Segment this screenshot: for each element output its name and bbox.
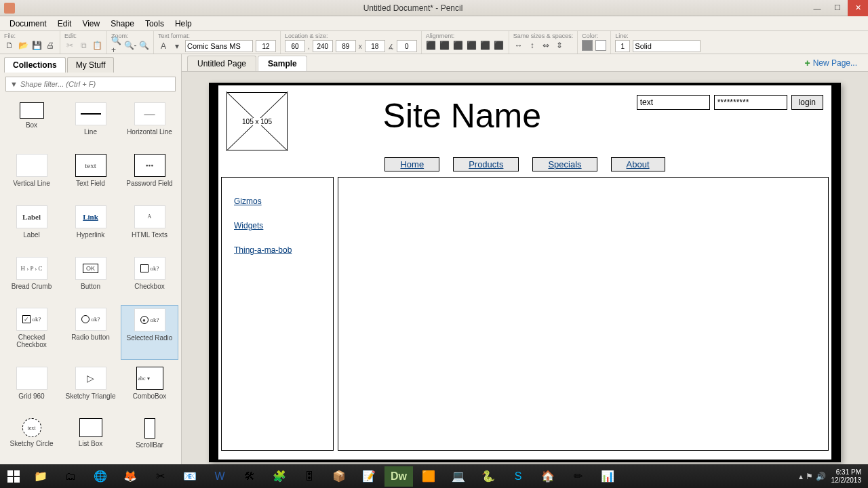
- new-icon[interactable]: 🗋: [4, 40, 15, 51]
- tray-up-icon[interactable]: ▴: [799, 472, 803, 481]
- login-button[interactable]: login: [791, 95, 823, 110]
- taskbar-outlook[interactable]: 📧: [176, 466, 204, 487]
- menu-document[interactable]: Document: [4, 18, 52, 30]
- taskbar-app2[interactable]: 🧩: [265, 466, 294, 487]
- tab-collections[interactable]: Collections: [4, 57, 66, 73]
- fill-color[interactable]: [595, 40, 606, 51]
- shape-hline[interactable]: Horizontal Line: [121, 100, 178, 147]
- mock-content[interactable]: [338, 177, 829, 451]
- cut-icon[interactable]: ✂: [64, 40, 75, 51]
- shape-tf[interactable]: textText Field: [62, 151, 119, 199]
- tab-mystuff[interactable]: My Stuff: [67, 57, 115, 73]
- h-input[interactable]: [365, 40, 385, 52]
- shape-tri[interactable]: Sketchy Triangle: [62, 364, 119, 411]
- shape-cb[interactable]: ok?Checkbox: [121, 254, 178, 302]
- r-input[interactable]: [397, 40, 417, 52]
- shape-lb[interactable]: List Box: [62, 415, 119, 460]
- tray-net-icon[interactable]: 🔊: [816, 472, 826, 481]
- zoom-fit-icon[interactable]: 🔍: [138, 40, 149, 51]
- text-color-icon[interactable]: A: [158, 41, 169, 52]
- menu-shape[interactable]: Shape: [105, 18, 140, 30]
- taskbar-app6[interactable]: 💻: [444, 466, 473, 487]
- taskbar-chrome[interactable]: 🌐: [86, 466, 115, 487]
- x-input[interactable]: [285, 40, 305, 52]
- side-link-gizmos[interactable]: Gizmos: [234, 197, 321, 206]
- menu-help[interactable]: Help: [170, 18, 197, 30]
- chevron-down-icon[interactable]: ▾: [172, 41, 182, 52]
- shape-ccb[interactable]: ok?Checked Checkbox: [3, 305, 60, 360]
- w-input[interactable]: [336, 40, 356, 52]
- login-user[interactable]: [637, 95, 710, 110]
- taskbar-snip[interactable]: ✂: [146, 466, 174, 487]
- clock-time[interactable]: 6:31 PM: [831, 468, 862, 476]
- open-icon[interactable]: 📂: [18, 40, 28, 51]
- shape-pw[interactable]: •••Password Field: [121, 151, 178, 199]
- copy-icon[interactable]: ⧉: [78, 40, 89, 51]
- taskbar-word[interactable]: W: [205, 466, 234, 487]
- minimize-button[interactable]: —: [807, 0, 827, 16]
- shape-vline[interactable]: Vertical Line: [3, 151, 60, 199]
- taskbar-app4[interactable]: 📦: [325, 466, 353, 487]
- taskbar-folders[interactable]: 🗂: [56, 466, 85, 487]
- nav-specials[interactable]: Specials: [532, 157, 597, 171]
- stroke-color[interactable]: [582, 40, 593, 51]
- start-button[interactable]: [1, 467, 26, 486]
- align-bot-icon[interactable]: ⬛: [494, 40, 505, 51]
- menu-view[interactable]: View: [77, 18, 105, 30]
- line-style[interactable]: [633, 40, 701, 52]
- align-left-icon[interactable]: ⬛: [426, 40, 437, 51]
- font-size[interactable]: [256, 40, 276, 52]
- tray-flag-icon[interactable]: ⚑: [806, 472, 813, 481]
- paste-icon[interactable]: 📋: [92, 40, 102, 51]
- dist-h-icon[interactable]: ⇔: [540, 40, 551, 51]
- canvas[interactable]: 105 x 105 Site Name login Home Products …: [182, 72, 868, 464]
- page-tab-sample[interactable]: Sample: [258, 56, 307, 71]
- font-select[interactable]: [185, 40, 253, 52]
- shape-combo[interactable]: abc ▾ComboBox: [121, 364, 178, 411]
- y-input[interactable]: [313, 40, 333, 52]
- filter-box[interactable]: ▼: [5, 77, 176, 92]
- shape-btn[interactable]: OKButton: [62, 254, 119, 302]
- shape-html[interactable]: AHTML Texts: [121, 203, 178, 250]
- side-link-thing[interactable]: Thing-a-ma-bob: [234, 245, 321, 255]
- zoom-in-icon[interactable]: 🔍+: [111, 40, 122, 51]
- same-w-icon[interactable]: ↔: [513, 40, 524, 51]
- shape-circ[interactable]: textSketchy Circle: [3, 415, 60, 460]
- taskbar-skype[interactable]: S: [504, 466, 532, 487]
- shape-grid[interactable]: Grid 960: [3, 364, 60, 411]
- new-page-button[interactable]: + New Page...: [799, 55, 863, 71]
- shape-label[interactable]: LabelLabel: [3, 203, 60, 250]
- taskbar-firefox[interactable]: 🦊: [116, 466, 144, 487]
- taskbar-dw[interactable]: Dw: [384, 466, 413, 487]
- taskbar-pencil[interactable]: ✏: [564, 466, 592, 487]
- nav-products[interactable]: Products: [453, 157, 519, 171]
- mock-sidebar[interactable]: Gizmos Widgets Thing-a-ma-bob: [221, 177, 334, 451]
- zoom-out-icon[interactable]: 🔍-: [125, 40, 136, 51]
- taskbar-app7[interactable]: 🐍: [474, 466, 502, 487]
- taskbar-app1[interactable]: 🛠: [235, 466, 264, 487]
- menu-edit[interactable]: Edit: [52, 18, 77, 30]
- nav-about[interactable]: About: [611, 157, 665, 171]
- maximize-button[interactable]: ☐: [827, 0, 848, 16]
- shape-bc[interactable]: H › P › CBread Crumb: [3, 254, 60, 302]
- shape-sb[interactable]: ScrollBar: [121, 415, 178, 460]
- taskbar-app9[interactable]: 📊: [593, 466, 622, 487]
- shape-box[interactable]: Box: [3, 100, 60, 147]
- image-placeholder[interactable]: 105 x 105: [226, 92, 288, 150]
- taskbar-app3[interactable]: 🎛: [295, 466, 323, 487]
- shape-line[interactable]: Line: [62, 100, 119, 147]
- login-pass[interactable]: [714, 95, 787, 110]
- site-title[interactable]: Site Name: [296, 92, 629, 136]
- close-button[interactable]: ✕: [848, 0, 868, 16]
- align-right-icon[interactable]: ⬛: [453, 40, 464, 51]
- line-width[interactable]: [615, 40, 630, 52]
- filter-input[interactable]: [20, 80, 171, 88]
- taskbar-explorer[interactable]: 📁: [26, 466, 55, 487]
- clock-date[interactable]: 12/2/2013: [831, 476, 862, 485]
- same-h-icon[interactable]: ↕: [527, 40, 538, 51]
- shape-srb[interactable]: ok?Selected Radio: [121, 305, 178, 360]
- page-tab-untitled[interactable]: Untitled Page: [187, 56, 256, 71]
- taskbar-app8[interactable]: 🏠: [534, 466, 562, 487]
- align-top-icon[interactable]: ⬛: [467, 40, 477, 51]
- align-center-icon[interactable]: ⬛: [439, 40, 450, 51]
